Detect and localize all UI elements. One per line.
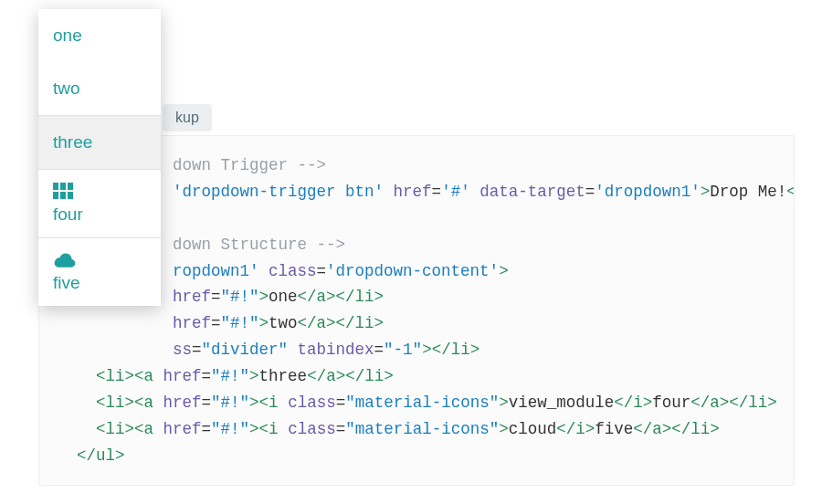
dropdown-item-label: three: [53, 132, 146, 152]
dropdown-item-label: four: [53, 205, 146, 225]
cloud-icon: [53, 251, 146, 268]
dropdown-menu: one two three four five: [38, 9, 161, 306]
dropdown-item-label: one: [53, 26, 146, 46]
dropdown-item-one[interactable]: one: [38, 9, 161, 62]
dropdown-item-label: five: [53, 273, 146, 293]
dropdown-item-two[interactable]: two: [38, 62, 161, 115]
dropdown-item-three[interactable]: three: [38, 116, 161, 169]
view-module-icon: [53, 183, 146, 199]
dropdown-item-four[interactable]: four: [38, 170, 161, 237]
tab-markup-button[interactable]: kup: [163, 104, 212, 131]
dropdown-item-five[interactable]: five: [38, 238, 161, 306]
dropdown-item-label: two: [53, 79, 146, 99]
code-block: down Trigger --> 'dropdown-trigger btn' …: [58, 152, 775, 469]
